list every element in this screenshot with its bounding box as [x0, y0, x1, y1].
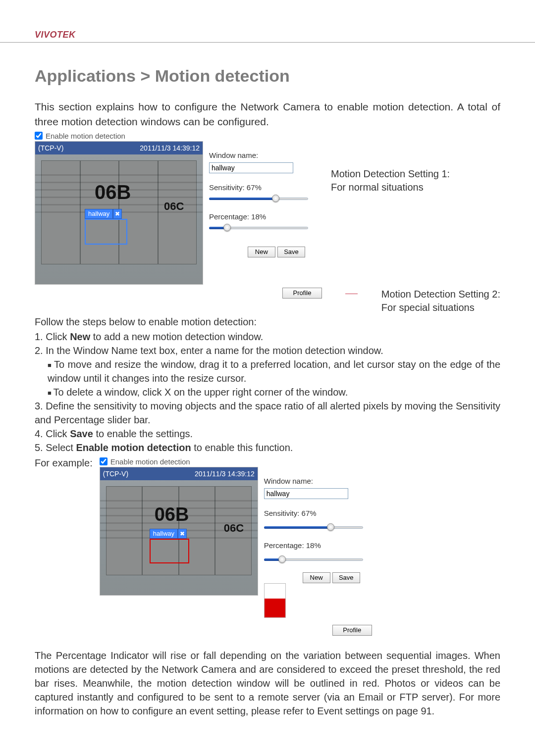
note2-title: Motion Detection Setting 2: [381, 288, 500, 301]
camera-timestamp-2: 2011/11/3 14:39:12 [195, 470, 255, 478]
step-2b: ■ To delete a window, click X on the upp… [35, 385, 500, 399]
close-icon[interactable]: ✖ [113, 209, 122, 219]
header-rule [0, 42, 535, 43]
note1-desc: For normal situations [331, 181, 450, 194]
save-button-2[interactable]: Save [332, 572, 360, 583]
example-label: For example: [35, 457, 93, 469]
percentage-slider[interactable] [209, 224, 308, 232]
intro-paragraph: This section explains how to configure t… [35, 100, 500, 130]
step-4: 4. Click Save to enable the settings. [35, 427, 500, 441]
step-5: 5. Select Enable motion detection to ena… [35, 441, 500, 454]
sensitivity-slider[interactable] [209, 195, 308, 202]
sensitivity-label: Sensitivity: 67% [209, 183, 314, 192]
step-1: 1. Click New to add a new motion detecti… [35, 330, 500, 344]
camera-timestamp: 2011/11/3 14:39:12 [140, 144, 200, 152]
note2-desc: For special situations [381, 301, 500, 314]
sensitivity-label-2: Sensitivity: 67% [264, 509, 369, 517]
camera-preview: (TCP-V) 2011/11/3 14:39:12 06B 06C [35, 141, 203, 285]
building-unit-b: 06C [164, 200, 184, 213]
page-heading: Applications > Motion detection [35, 66, 500, 86]
new-button-2[interactable]: New [303, 572, 330, 583]
follow-text: Follow the steps below to enable motion … [35, 316, 500, 328]
explanation-paragraph: The Percentage Indicator will rise or fa… [35, 649, 500, 718]
step-3: 3. Define the sensitivity to moving obje… [35, 399, 500, 427]
enable-motion-checkbox-2[interactable] [100, 457, 107, 465]
building-unit-a-2: 06B [155, 504, 189, 525]
camera-source-2: (TCP-V) [103, 470, 128, 478]
profile-button-2[interactable]: Profile [332, 625, 372, 636]
md-window-tag-2: hallway [150, 529, 178, 539]
note1-title: Motion Detection Setting 1: [331, 167, 450, 181]
camera-source: (TCP-V) [38, 144, 63, 152]
window-name-input-2[interactable] [264, 488, 348, 499]
percentage-indicator [264, 583, 286, 618]
building-unit-a: 06B [95, 181, 131, 203]
profile-button-1[interactable]: Profile [282, 288, 322, 299]
sensitivity-slider-2[interactable] [264, 523, 363, 531]
close-icon-2[interactable]: ✖ [178, 529, 187, 539]
window-name-label-2: Window name: [264, 477, 369, 485]
connector-line [345, 294, 358, 294]
percentage-slider-2[interactable] [264, 555, 363, 563]
building-unit-b-2: 06C [224, 522, 244, 535]
md-window-tag: hallway [85, 209, 113, 219]
window-name-input[interactable] [209, 162, 293, 173]
percentage-label: Percentage: 18% [209, 212, 314, 221]
enable-motion-label-2: Enable motion detection [110, 457, 190, 466]
enable-motion-label: Enable motion detection [46, 132, 125, 140]
camera-preview-2: (TCP-V) 2011/11/3 14:39:12 06B 06C [100, 467, 258, 596]
new-button[interactable]: New [248, 247, 275, 257]
window-name-label: Window name: [209, 151, 314, 159]
save-button[interactable]: Save [277, 247, 305, 257]
enable-motion-checkbox[interactable] [35, 132, 43, 140]
percentage-label-2: Percentage: 18% [264, 541, 369, 550]
brand: VIVOTEK [35, 30, 500, 40]
step-2: 2. In the Window Name text box, enter a … [35, 344, 500, 357]
step-2a: ■ To move and resize the window, drag it… [35, 357, 500, 385]
